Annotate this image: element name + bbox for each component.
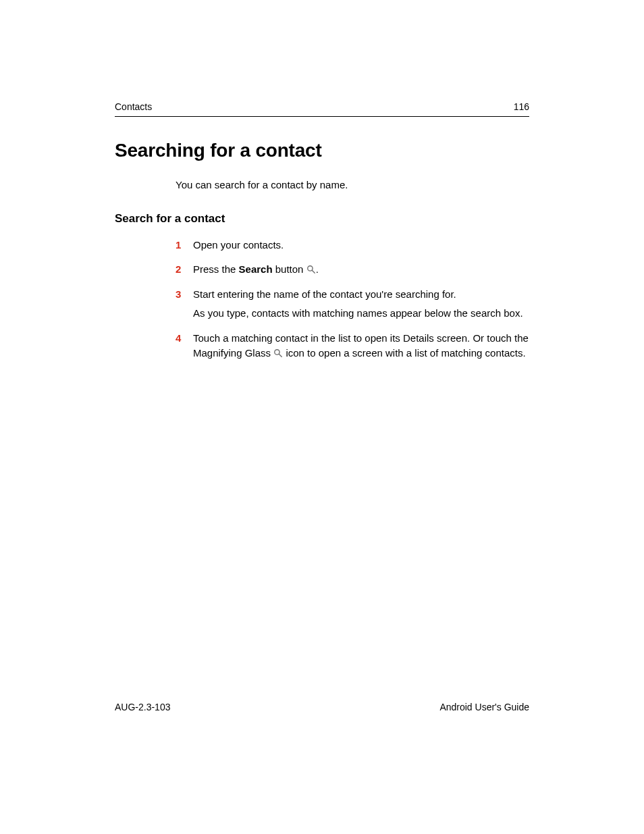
header-section: Contacts <box>115 101 152 112</box>
running-footer: AUG-2.3-103 Android User's Guide <box>115 702 529 712</box>
footer-doc-title: Android User's Guide <box>439 702 529 712</box>
section-heading: Search for a contact <box>115 212 529 226</box>
step-item: Touch a matching contact in the list to … <box>176 331 529 361</box>
footer-doc-id: AUG-2.3-103 <box>115 702 170 712</box>
magnifying-glass-icon <box>273 348 283 358</box>
document-page: Contacts 116 Searching for a contact You… <box>0 0 644 834</box>
step-item: Open your contacts. <box>176 238 529 253</box>
step-item: Press the Search button . <box>176 262 529 278</box>
header-page-number: 116 <box>514 101 529 112</box>
page-title: Searching for a contact <box>115 140 529 161</box>
step-text: Start entering the name of the contact y… <box>193 288 456 300</box>
step-text-bold: Search <box>239 263 273 275</box>
step-text: icon to open a screen with a list of mat… <box>283 347 525 359</box>
step-subtext: As you type, contacts with matching name… <box>193 306 529 321</box>
step-text: Press the <box>193 263 239 275</box>
svg-line-3 <box>279 354 281 357</box>
step-item: Start entering the name of the contact y… <box>176 287 529 321</box>
search-icon <box>306 265 316 274</box>
step-text: . <box>316 263 319 275</box>
running-header: Contacts 116 <box>115 101 529 117</box>
step-text: button <box>273 263 306 275</box>
step-list: Open your contacts. Press the Search but… <box>176 238 529 361</box>
svg-line-1 <box>312 270 315 273</box>
step-text: Open your contacts. <box>193 239 284 251</box>
intro-paragraph: You can search for a contact by name. <box>176 178 529 193</box>
